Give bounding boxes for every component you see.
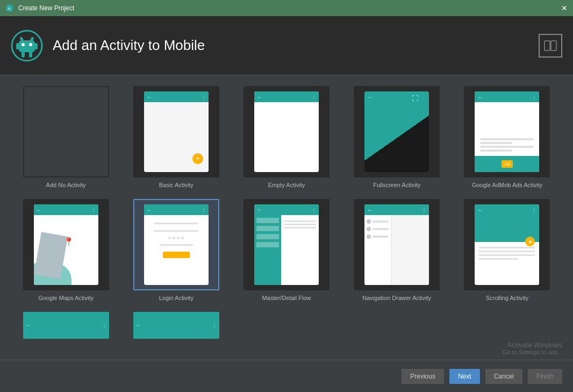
admob-phone-mockup: ← ⋮ Ad	[475, 91, 539, 172]
partial-phone-top-2: ← ⋮	[133, 312, 219, 339]
activity-item-partial-2[interactable]: ← ⋮	[126, 312, 226, 339]
svg-rect-11	[29, 51, 32, 58]
next-button[interactable]: Next	[449, 369, 480, 384]
finish-button[interactable]: Finish	[528, 369, 562, 384]
title-bar: A Create New Project ✕	[0, 0, 573, 16]
partial-card-1[interactable]: ← ⋮	[23, 312, 109, 339]
previous-button[interactable]: Previous	[402, 369, 444, 384]
activity-item-empty[interactable]: ← ⋮ Empty Activity	[237, 86, 336, 188]
svg-point-4	[22, 43, 25, 46]
masterdetail-phone-mockup: ← ⋮	[254, 204, 319, 285]
activity-item-masterdetail[interactable]: ← ⋮	[237, 199, 336, 301]
activity-item-scrolling[interactable]: ← ⋮ ★ S	[457, 199, 557, 301]
admob-ad-label: Ad	[502, 160, 513, 168]
activity-label-navdrawer: Navigation Drawer Activity	[362, 295, 431, 301]
basic-phone-mockup: ← ⋮ +	[144, 91, 209, 172]
activity-label-empty: Empty Activity	[268, 182, 305, 188]
dots-icon: ⋮	[312, 95, 316, 99]
android-studio-icon: A	[5, 4, 14, 12]
dots-icon: ⋮	[202, 95, 206, 99]
maps-body: 📍	[34, 215, 98, 285]
activity-label-add-no: Add No Activity	[46, 182, 86, 188]
activity-item-basic[interactable]: ← ⋮ + Basic Activity	[126, 86, 226, 188]
dots-icon: ⋮	[422, 208, 426, 212]
admob-ad-bar: Ad	[475, 156, 539, 172]
maps-phone-mockup: ← ⋮ 📍	[34, 204, 98, 285]
activity-card-basic[interactable]: ← ⋮ +	[133, 86, 219, 177]
activity-label-admob: Google AdMob Ads Activity	[472, 182, 542, 188]
activity-card-maps[interactable]: ← ⋮ 📍	[23, 199, 109, 290]
arrow-icon: ←	[147, 207, 152, 213]
dialog-header: Add an Activity to Mobile	[0, 16, 573, 75]
activity-item-maps[interactable]: ← ⋮ 📍 Google Maps Activity	[16, 199, 116, 301]
dots-icon: ⋮	[91, 208, 96, 212]
add-no-activity-placeholder	[24, 86, 108, 177]
fab-button-mockup: +	[192, 153, 203, 164]
activity-card-add-no[interactable]	[23, 86, 109, 177]
close-button[interactable]: ✕	[561, 4, 568, 12]
svg-point-5	[29, 43, 32, 46]
arrow-icon: ←	[477, 207, 483, 213]
svg-rect-10	[22, 51, 25, 58]
activity-card-masterdetail[interactable]: ← ⋮	[243, 199, 330, 290]
activity-card-admob[interactable]: ← ⋮ Ad	[464, 86, 550, 177]
dots-icon: ⋮	[202, 208, 206, 212]
svg-rect-8	[16, 43, 19, 49]
activity-card-scrolling[interactable]: ← ⋮ ★	[464, 199, 550, 290]
arrow-icon: ←	[477, 94, 483, 100]
svg-rect-3	[19, 40, 35, 52]
login-body	[144, 215, 209, 285]
title-bar-left: A Create New Project	[5, 4, 74, 12]
activity-label-maps: Google Maps Activity	[38, 295, 94, 301]
masterdetail-list	[254, 215, 281, 285]
cancel-button[interactable]: Cancel	[485, 369, 522, 384]
scrolling-content-lines	[479, 245, 535, 262]
masterdetail-detail	[281, 215, 319, 285]
activity-item-add-no[interactable]: Add No Activity	[16, 86, 116, 188]
login-phone-mockup: ← ⋮	[144, 204, 209, 285]
activity-label-masterdetail: Master/Detail Flow	[262, 295, 311, 301]
partial-phone-top-1: ← ⋮	[23, 312, 109, 339]
activity-card-login[interactable]: ← ⋮	[133, 199, 219, 290]
activity-item-fullscreen[interactable]: ← ⛶ Fullscreen Activity	[347, 86, 447, 188]
activity-label-login: Login Activity	[159, 295, 194, 301]
activity-label-scrolling: Scrolling Activity	[486, 295, 528, 301]
navdrawer-phone-mockup: ← ⋮	[364, 204, 429, 285]
activity-label-basic: Basic Activity	[159, 182, 194, 188]
scrolling-phone-mockup: ← ⋮ ★	[475, 204, 539, 285]
dots-icon: ⋮	[532, 95, 536, 99]
layout-preview-icon	[544, 40, 557, 51]
activity-card-fullscreen[interactable]: ← ⛶	[354, 86, 440, 177]
masterdetail-body	[254, 215, 319, 285]
layout-icon	[539, 34, 562, 58]
svg-text:A: A	[8, 6, 11, 11]
svg-rect-12	[545, 41, 550, 51]
svg-rect-13	[551, 41, 556, 51]
arrow-icon: ←	[37, 207, 42, 213]
masterdetail-top-bar: ← ⋮	[254, 204, 319, 215]
activity-item-login[interactable]: ← ⋮	[126, 199, 226, 301]
android-logo-icon	[11, 30, 43, 62]
scrolling-body: ★	[475, 215, 539, 285]
admob-content-lines	[480, 137, 534, 153]
partial-card-2[interactable]: ← ⋮	[133, 312, 219, 339]
activities-container: Add No Activity ← ⋮ + Basic Activity	[0, 75, 573, 360]
activity-card-navdrawer[interactable]: ← ⋮	[354, 199, 440, 290]
activity-card-empty[interactable]: ← ⋮	[243, 86, 330, 177]
activity-item-partial-1[interactable]: ← ⋮	[16, 312, 116, 339]
scrolling-teal: ★	[475, 215, 539, 242]
login-btn-mockup	[163, 252, 190, 258]
activity-item-navdrawer[interactable]: ← ⋮	[347, 199, 447, 301]
navdrawer-body	[364, 215, 429, 285]
svg-rect-9	[34, 43, 38, 49]
title-bar-title: Create New Project	[18, 4, 74, 12]
empty-phone-mockup: ← ⋮	[254, 91, 319, 172]
dots-icon: ⋮	[532, 208, 536, 212]
maps-pin-icon: 📍	[63, 237, 74, 247]
arrow-icon: ←	[257, 94, 262, 100]
page-title: Add an Activity to Mobile	[53, 37, 205, 54]
navdrawer-drawer	[364, 215, 391, 285]
arrow-icon: ←	[147, 94, 152, 100]
activity-label-fullscreen: Fullscreen Activity	[373, 182, 420, 188]
activity-item-admob[interactable]: ← ⋮ Ad	[457, 86, 557, 188]
